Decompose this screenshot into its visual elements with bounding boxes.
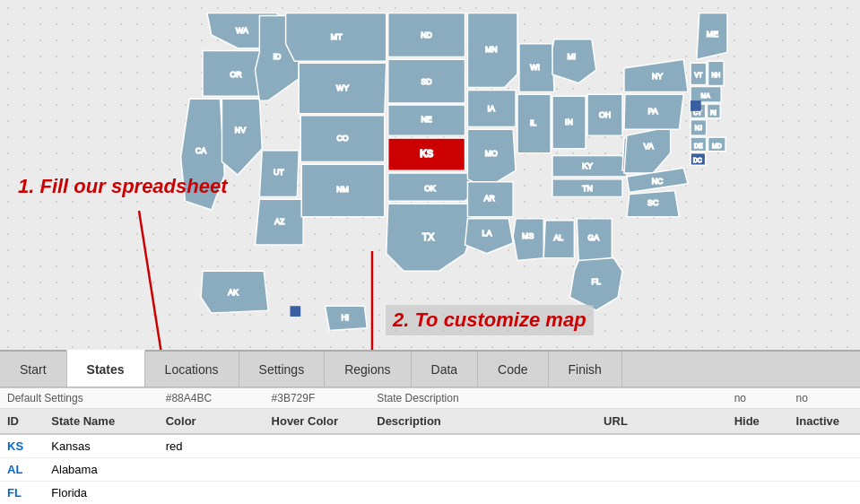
row-fl-id[interactable]: FL	[0, 482, 44, 505]
row-fl-color[interactable]	[159, 482, 265, 505]
default-inactive: no	[789, 388, 860, 409]
tab-settings[interactable]: Settings	[239, 352, 326, 387]
svg-text:VA: VA	[644, 142, 654, 151]
table-row: FL Florida	[0, 482, 860, 505]
row-al-name[interactable]: Alabama	[44, 458, 158, 482]
row-al-desc[interactable]	[369, 458, 596, 482]
svg-text:UT: UT	[274, 168, 284, 177]
tab-regions[interactable]: Regions	[324, 352, 411, 387]
svg-text:MS: MS	[522, 231, 534, 240]
row-fl-name[interactable]: Florida	[44, 482, 158, 505]
row-ks-name[interactable]: Kansas	[44, 434, 158, 458]
svg-text:WY: WY	[336, 83, 349, 92]
instruction-1: 1. Fill our spreadsheet	[18, 175, 228, 198]
svg-text:SD: SD	[421, 77, 432, 86]
default-url	[596, 388, 727, 409]
row-ks-id[interactable]: KS	[0, 434, 44, 458]
row-ks-hover[interactable]	[265, 434, 370, 458]
svg-text:ME: ME	[707, 30, 718, 39]
ak-marker	[291, 306, 301, 317]
row-ks-hide[interactable]	[727, 434, 789, 458]
svg-text:FL: FL	[592, 277, 601, 286]
col-header-desc: Description	[369, 409, 596, 435]
svg-text:IL: IL	[530, 118, 536, 127]
row-fl-desc[interactable]	[369, 482, 596, 505]
table-area: Default Settings #88A4BC #3B729F State D…	[0, 387, 860, 504]
svg-text:VT: VT	[694, 72, 702, 78]
svg-text:NC: NC	[652, 177, 664, 186]
row-al-hover[interactable]	[265, 458, 370, 482]
svg-text:NH: NH	[711, 72, 720, 78]
col-header-inactive: Inactive	[789, 409, 860, 435]
svg-text:ND: ND	[421, 30, 432, 39]
svg-text:KS: KS	[420, 148, 433, 159]
svg-text:NE: NE	[421, 115, 432, 124]
svg-text:ID: ID	[273, 52, 281, 61]
tab-data[interactable]: Data	[411, 352, 479, 387]
table-row: AL Alabama	[0, 458, 860, 482]
tab-code[interactable]: Code	[477, 352, 548, 387]
table-header-row: ID State Name Color Hover Color Descript…	[0, 409, 860, 435]
svg-text:NY: NY	[652, 72, 663, 81]
default-hide: no	[727, 388, 789, 409]
svg-text:OK: OK	[424, 184, 436, 193]
default-color: #88A4BC	[159, 388, 265, 409]
row-fl-hover[interactable]	[265, 482, 370, 505]
svg-text:TX: TX	[422, 231, 435, 242]
main-container: WA OR CA NV ID MT WY	[0, 0, 860, 504]
tab-states[interactable]: States	[66, 350, 145, 387]
instruction-2: 2. To customize map	[386, 305, 594, 335]
row-ks-color[interactable]: red	[159, 434, 265, 458]
row-ks-desc[interactable]	[369, 434, 596, 458]
tab-finish[interactable]: Finish	[548, 352, 622, 387]
table-row: KS Kansas red	[0, 434, 860, 458]
svg-text:NV: NV	[235, 126, 246, 135]
col-header-hover: Hover Color	[265, 409, 370, 435]
col-header-id: ID	[0, 409, 44, 435]
svg-text:CO: CO	[336, 134, 348, 143]
row-al-id[interactable]: AL	[0, 458, 44, 482]
svg-text:IA: IA	[488, 104, 495, 113]
col-header-name: State Name	[44, 409, 158, 435]
default-label: Default Settings	[0, 388, 159, 409]
svg-text:TN: TN	[582, 184, 593, 193]
svg-text:OR: OR	[230, 70, 241, 79]
svg-text:MT: MT	[331, 32, 343, 41]
svg-text:PA: PA	[648, 107, 658, 116]
default-settings-row: Default Settings #88A4BC #3B729F State D…	[0, 388, 860, 409]
svg-text:GA: GA	[587, 233, 599, 242]
row-al-color[interactable]	[159, 458, 265, 482]
row-fl-inactive[interactable]	[789, 482, 860, 505]
col-header-color: Color	[159, 409, 265, 435]
svg-text:WA: WA	[236, 26, 248, 35]
svg-text:OH: OH	[599, 110, 611, 119]
row-al-url[interactable]	[596, 458, 727, 482]
svg-text:RI: RI	[710, 109, 717, 116]
row-ks-url[interactable]	[596, 434, 727, 458]
svg-text:SC: SC	[647, 198, 658, 207]
tab-start[interactable]: Start	[0, 352, 67, 387]
default-description: State Description	[369, 388, 596, 409]
svg-text:LA: LA	[482, 229, 492, 238]
row-al-hide[interactable]	[727, 458, 789, 482]
col-header-url: URL	[596, 409, 727, 435]
row-ks-inactive[interactable]	[789, 434, 860, 458]
svg-text:NJ: NJ	[695, 125, 702, 131]
svg-text:AK: AK	[228, 288, 239, 297]
tab-locations[interactable]: Locations	[144, 352, 239, 387]
svg-text:CA: CA	[195, 146, 206, 155]
svg-text:AR: AR	[484, 194, 495, 203]
states-table: Default Settings #88A4BC #3B729F State D…	[0, 388, 860, 504]
svg-text:MI: MI	[568, 52, 577, 61]
svg-text:AZ: AZ	[274, 217, 285, 226]
row-fl-url[interactable]	[596, 482, 727, 505]
svg-text:MD: MD	[712, 143, 722, 149]
svg-text:IN: IN	[565, 117, 573, 126]
svg-text:DE: DE	[694, 143, 703, 149]
row-al-inactive[interactable]	[789, 458, 860, 482]
svg-text:MN: MN	[485, 45, 498, 54]
svg-text:MO: MO	[485, 149, 498, 158]
svg-text:NM: NM	[336, 185, 349, 194]
row-fl-hide[interactable]	[727, 482, 789, 505]
ny-marker	[691, 100, 701, 111]
